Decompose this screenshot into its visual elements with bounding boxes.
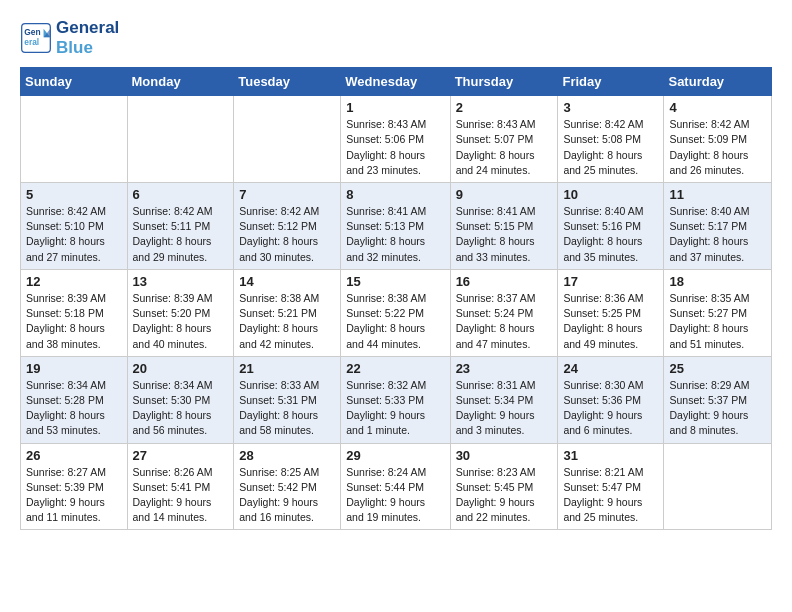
day-number: 28: [239, 448, 335, 463]
day-number: 31: [563, 448, 658, 463]
calendar-cell: 9Sunrise: 8:41 AM Sunset: 5:15 PM Daylig…: [450, 182, 558, 269]
day-info: Sunrise: 8:38 AM Sunset: 5:22 PM Dayligh…: [346, 291, 444, 352]
day-info: Sunrise: 8:43 AM Sunset: 5:07 PM Dayligh…: [456, 117, 553, 178]
calendar-week-row: 26Sunrise: 8:27 AM Sunset: 5:39 PM Dayli…: [21, 443, 772, 530]
calendar-cell: 19Sunrise: 8:34 AM Sunset: 5:28 PM Dayli…: [21, 356, 128, 443]
logo: Gen eral General Blue: [20, 18, 119, 57]
calendar-week-row: 5Sunrise: 8:42 AM Sunset: 5:10 PM Daylig…: [21, 182, 772, 269]
calendar-week-row: 1Sunrise: 8:43 AM Sunset: 5:06 PM Daylig…: [21, 96, 772, 183]
day-number: 26: [26, 448, 122, 463]
day-info: Sunrise: 8:42 AM Sunset: 5:11 PM Dayligh…: [133, 204, 229, 265]
calendar-cell: 15Sunrise: 8:38 AM Sunset: 5:22 PM Dayli…: [341, 269, 450, 356]
calendar-cell: 27Sunrise: 8:26 AM Sunset: 5:41 PM Dayli…: [127, 443, 234, 530]
calendar-cell: [127, 96, 234, 183]
calendar-header-thursday: Thursday: [450, 68, 558, 96]
day-number: 16: [456, 274, 553, 289]
day-info: Sunrise: 8:36 AM Sunset: 5:25 PM Dayligh…: [563, 291, 658, 352]
day-number: 15: [346, 274, 444, 289]
day-number: 13: [133, 274, 229, 289]
day-number: 10: [563, 187, 658, 202]
calendar-cell: 8Sunrise: 8:41 AM Sunset: 5:13 PM Daylig…: [341, 182, 450, 269]
day-info: Sunrise: 8:38 AM Sunset: 5:21 PM Dayligh…: [239, 291, 335, 352]
day-info: Sunrise: 8:42 AM Sunset: 5:09 PM Dayligh…: [669, 117, 766, 178]
day-info: Sunrise: 8:41 AM Sunset: 5:13 PM Dayligh…: [346, 204, 444, 265]
day-number: 21: [239, 361, 335, 376]
day-number: 24: [563, 361, 658, 376]
calendar-cell: 22Sunrise: 8:32 AM Sunset: 5:33 PM Dayli…: [341, 356, 450, 443]
calendar-cell: 7Sunrise: 8:42 AM Sunset: 5:12 PM Daylig…: [234, 182, 341, 269]
day-number: 18: [669, 274, 766, 289]
calendar-cell: [234, 96, 341, 183]
day-number: 11: [669, 187, 766, 202]
calendar-cell: 6Sunrise: 8:42 AM Sunset: 5:11 PM Daylig…: [127, 182, 234, 269]
day-info: Sunrise: 8:25 AM Sunset: 5:42 PM Dayligh…: [239, 465, 335, 526]
day-info: Sunrise: 8:30 AM Sunset: 5:36 PM Dayligh…: [563, 378, 658, 439]
calendar-cell: 5Sunrise: 8:42 AM Sunset: 5:10 PM Daylig…: [21, 182, 128, 269]
day-info: Sunrise: 8:21 AM Sunset: 5:47 PM Dayligh…: [563, 465, 658, 526]
day-number: 25: [669, 361, 766, 376]
calendar-table: SundayMondayTuesdayWednesdayThursdayFrid…: [20, 67, 772, 530]
header: Gen eral General Blue: [20, 18, 772, 57]
day-info: Sunrise: 8:39 AM Sunset: 5:20 PM Dayligh…: [133, 291, 229, 352]
calendar-cell: 2Sunrise: 8:43 AM Sunset: 5:07 PM Daylig…: [450, 96, 558, 183]
day-info: Sunrise: 8:34 AM Sunset: 5:28 PM Dayligh…: [26, 378, 122, 439]
day-number: 8: [346, 187, 444, 202]
calendar-header-tuesday: Tuesday: [234, 68, 341, 96]
day-info: Sunrise: 8:40 AM Sunset: 5:16 PM Dayligh…: [563, 204, 658, 265]
calendar-cell: 25Sunrise: 8:29 AM Sunset: 5:37 PM Dayli…: [664, 356, 772, 443]
logo-icon: Gen eral: [20, 22, 52, 54]
calendar-cell: 29Sunrise: 8:24 AM Sunset: 5:44 PM Dayli…: [341, 443, 450, 530]
calendar-cell: 28Sunrise: 8:25 AM Sunset: 5:42 PM Dayli…: [234, 443, 341, 530]
day-info: Sunrise: 8:26 AM Sunset: 5:41 PM Dayligh…: [133, 465, 229, 526]
calendar-cell: 30Sunrise: 8:23 AM Sunset: 5:45 PM Dayli…: [450, 443, 558, 530]
day-number: 7: [239, 187, 335, 202]
day-info: Sunrise: 8:42 AM Sunset: 5:10 PM Dayligh…: [26, 204, 122, 265]
day-info: Sunrise: 8:43 AM Sunset: 5:06 PM Dayligh…: [346, 117, 444, 178]
calendar-header-monday: Monday: [127, 68, 234, 96]
day-number: 27: [133, 448, 229, 463]
day-number: 20: [133, 361, 229, 376]
day-number: 19: [26, 361, 122, 376]
calendar-header-wednesday: Wednesday: [341, 68, 450, 96]
calendar-cell: 24Sunrise: 8:30 AM Sunset: 5:36 PM Dayli…: [558, 356, 664, 443]
day-number: 30: [456, 448, 553, 463]
page: Gen eral General Blue SundayMondayTuesda…: [0, 0, 792, 612]
calendar-header-row: SundayMondayTuesdayWednesdayThursdayFrid…: [21, 68, 772, 96]
day-info: Sunrise: 8:23 AM Sunset: 5:45 PM Dayligh…: [456, 465, 553, 526]
day-number: 4: [669, 100, 766, 115]
calendar-cell: 14Sunrise: 8:38 AM Sunset: 5:21 PM Dayli…: [234, 269, 341, 356]
calendar-cell: 17Sunrise: 8:36 AM Sunset: 5:25 PM Dayli…: [558, 269, 664, 356]
day-info: Sunrise: 8:33 AM Sunset: 5:31 PM Dayligh…: [239, 378, 335, 439]
day-number: 2: [456, 100, 553, 115]
day-number: 6: [133, 187, 229, 202]
day-info: Sunrise: 8:31 AM Sunset: 5:34 PM Dayligh…: [456, 378, 553, 439]
day-info: Sunrise: 8:34 AM Sunset: 5:30 PM Dayligh…: [133, 378, 229, 439]
calendar-cell: 18Sunrise: 8:35 AM Sunset: 5:27 PM Dayli…: [664, 269, 772, 356]
day-number: 17: [563, 274, 658, 289]
calendar-cell: 12Sunrise: 8:39 AM Sunset: 5:18 PM Dayli…: [21, 269, 128, 356]
logo-text: General Blue: [56, 18, 119, 57]
calendar-cell: 3Sunrise: 8:42 AM Sunset: 5:08 PM Daylig…: [558, 96, 664, 183]
calendar-cell: 13Sunrise: 8:39 AM Sunset: 5:20 PM Dayli…: [127, 269, 234, 356]
calendar-header-friday: Friday: [558, 68, 664, 96]
day-number: 5: [26, 187, 122, 202]
calendar-cell: 31Sunrise: 8:21 AM Sunset: 5:47 PM Dayli…: [558, 443, 664, 530]
day-number: 14: [239, 274, 335, 289]
day-number: 3: [563, 100, 658, 115]
calendar-cell: 10Sunrise: 8:40 AM Sunset: 5:16 PM Dayli…: [558, 182, 664, 269]
svg-text:eral: eral: [24, 36, 39, 46]
day-info: Sunrise: 8:29 AM Sunset: 5:37 PM Dayligh…: [669, 378, 766, 439]
calendar-cell: 23Sunrise: 8:31 AM Sunset: 5:34 PM Dayli…: [450, 356, 558, 443]
calendar-header-saturday: Saturday: [664, 68, 772, 96]
day-number: 29: [346, 448, 444, 463]
day-info: Sunrise: 8:24 AM Sunset: 5:44 PM Dayligh…: [346, 465, 444, 526]
day-info: Sunrise: 8:40 AM Sunset: 5:17 PM Dayligh…: [669, 204, 766, 265]
day-info: Sunrise: 8:27 AM Sunset: 5:39 PM Dayligh…: [26, 465, 122, 526]
calendar-header-sunday: Sunday: [21, 68, 128, 96]
calendar-cell: 11Sunrise: 8:40 AM Sunset: 5:17 PM Dayli…: [664, 182, 772, 269]
day-number: 9: [456, 187, 553, 202]
calendar-cell: 21Sunrise: 8:33 AM Sunset: 5:31 PM Dayli…: [234, 356, 341, 443]
calendar-cell: 16Sunrise: 8:37 AM Sunset: 5:24 PM Dayli…: [450, 269, 558, 356]
calendar-cell: 26Sunrise: 8:27 AM Sunset: 5:39 PM Dayli…: [21, 443, 128, 530]
day-info: Sunrise: 8:42 AM Sunset: 5:08 PM Dayligh…: [563, 117, 658, 178]
